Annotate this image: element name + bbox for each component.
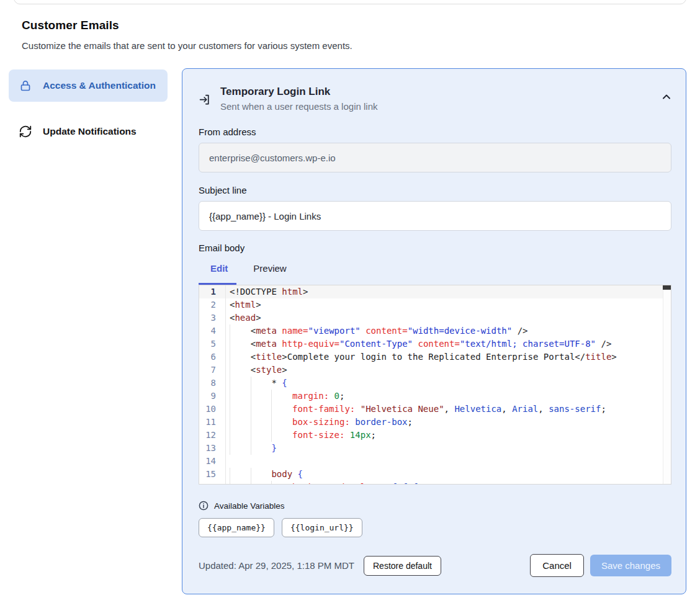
variable-chip-login-url[interactable]: {{login_url}}: [282, 518, 362, 537]
line-number: 8: [199, 377, 226, 390]
subject-line-input[interactable]: [199, 201, 671, 231]
tab-preview[interactable]: Preview: [253, 263, 286, 274]
code-line-text: <head>: [226, 313, 261, 323]
panel-header[interactable]: Temporary Login Link Sent when a user re…: [199, 86, 671, 112]
line-number: 11: [199, 416, 226, 429]
code-line-text: <title>Complete your login to the Replic…: [226, 352, 617, 362]
code-line[interactable]: 8* {: [199, 377, 671, 390]
code-line[interactable]: 6<title>Complete your login to the Repli…: [199, 351, 671, 364]
code-line-text: background-color: #f9f9f9;: [226, 482, 428, 485]
active-tab-indicator: [199, 283, 236, 285]
code-line[interactable]: 4<meta name="viewport" content="width=de…: [199, 324, 671, 338]
code-line-text: body {: [226, 469, 303, 479]
line-number: 5: [199, 338, 226, 351]
line-number: 15: [199, 468, 226, 481]
page-title: Customer Emails: [22, 19, 352, 32]
code-line[interactable]: 14: [199, 455, 671, 468]
code-line-text: box-sizing: border-box;: [226, 417, 413, 427]
email-body-tabbar: Edit Preview: [210, 261, 671, 275]
cancel-button[interactable]: Cancel: [530, 554, 584, 577]
line-number: 4: [199, 324, 226, 338]
line-number: 13: [199, 442, 226, 455]
available-variables-header: Available Variables: [199, 501, 671, 511]
login-icon: [199, 93, 212, 109]
code-line[interactable]: 15body {: [199, 468, 671, 481]
line-number: 9: [199, 390, 226, 403]
code-line-text: }: [226, 443, 277, 453]
code-line[interactable]: 3<head>: [199, 311, 671, 324]
line-number: 16: [199, 481, 226, 485]
page-header: Customer Emails Customize the emails tha…: [22, 19, 352, 51]
line-number: 12: [199, 429, 226, 442]
code-line-text: <meta http-equiv="Content-Type" content=…: [226, 339, 611, 349]
code-line-text: <meta name="viewport" content="width=dev…: [226, 326, 528, 336]
code-line[interactable]: 10font-family: "Helvetica Neue", Helveti…: [199, 403, 671, 416]
sidebar-item-label: Access & Authentication: [43, 78, 156, 93]
top-card-edge: [14, 0, 686, 4]
code-line-text: font-size: 14px;: [226, 430, 376, 440]
sidebar: Access & Authentication Update Notificat…: [9, 69, 168, 148]
line-number: 7: [199, 364, 226, 377]
line-number: 6: [199, 351, 226, 364]
code-line-text: [226, 456, 230, 466]
save-changes-button[interactable]: Save changes: [590, 555, 671, 576]
tab-edit[interactable]: Edit: [210, 263, 228, 274]
lock-icon: [19, 79, 32, 92]
code-line[interactable]: 2<html>: [199, 298, 671, 311]
sidebar-item-access-authentication[interactable]: Access & Authentication: [9, 69, 168, 102]
line-number: 14: [199, 455, 226, 468]
code-line[interactable]: 5<meta http-equiv="Content-Type" content…: [199, 338, 671, 351]
panel-subtitle: Sent when a user requests a login link: [220, 101, 377, 112]
email-body-label: Email body: [199, 243, 671, 253]
code-line[interactable]: 7<style>: [199, 364, 671, 377]
email-settings-panel: Temporary Login Link Sent when a user re…: [182, 68, 686, 594]
refresh-icon: [19, 125, 32, 138]
code-line-text: * {: [226, 378, 287, 388]
updated-timestamp: Updated: Apr 29, 2025, 1:18 PM MDT: [199, 560, 354, 571]
page-subtitle: Customize the emails that are sent to yo…: [22, 40, 352, 51]
code-line-text: <style>: [226, 365, 287, 375]
panel-title: Temporary Login Link: [220, 86, 377, 98]
line-number: 1: [199, 285, 226, 298]
code-line[interactable]: 9margin: 0;: [199, 390, 671, 403]
code-line-text: font-family: "Helvetica Neue", Helvetica…: [226, 404, 606, 414]
code-line[interactable]: 13}: [199, 442, 671, 455]
subject-line-label: Subject line: [199, 185, 671, 195]
variable-chips: {{app_name}} {{login_url}}: [199, 518, 671, 537]
code-line[interactable]: 16background-color: #f9f9f9;: [199, 481, 671, 485]
panel-header-text: Temporary Login Link Sent when a user re…: [220, 86, 377, 112]
available-variables-label: Available Variables: [214, 501, 285, 511]
from-address-label: From address: [199, 127, 671, 137]
code-line[interactable]: 1<!DOCTYPE html>: [199, 285, 671, 298]
info-icon: [199, 501, 209, 511]
code-line[interactable]: 11box-sizing: border-box;: [199, 416, 671, 429]
code-line-text: <html>: [226, 300, 261, 310]
editor-scrollbar-thumb[interactable]: [663, 285, 671, 290]
chevron-up-icon[interactable]: [662, 92, 671, 103]
code-editor-lines: 1<!DOCTYPE html>2<html>3<head>4<meta nam…: [199, 285, 671, 485]
panel-footer: Updated: Apr 29, 2025, 1:18 PM MDT Resto…: [199, 554, 671, 577]
line-number: 2: [199, 298, 226, 311]
editor-scrollbar-track[interactable]: [663, 285, 671, 484]
sidebar-item-update-notifications[interactable]: Update Notifications: [9, 115, 168, 148]
sidebar-item-label: Update Notifications: [43, 124, 137, 139]
from-address-input[interactable]: [199, 143, 671, 172]
editor-wrap: 1<!DOCTYPE html>2<html>3<head>4<meta nam…: [199, 285, 671, 485]
code-line-text: <!DOCTYPE html>: [226, 287, 308, 297]
line-number: 3: [199, 311, 226, 324]
code-line[interactable]: 12font-size: 14px;: [199, 429, 671, 442]
line-number: 10: [199, 403, 226, 416]
code-editor[interactable]: 1<!DOCTYPE html>2<html>3<head>4<meta nam…: [199, 285, 671, 485]
restore-default-button[interactable]: Restore default: [364, 556, 441, 576]
variable-chip-app-name[interactable]: {{app_name}}: [199, 518, 274, 537]
code-line-text: margin: 0;: [226, 391, 344, 401]
